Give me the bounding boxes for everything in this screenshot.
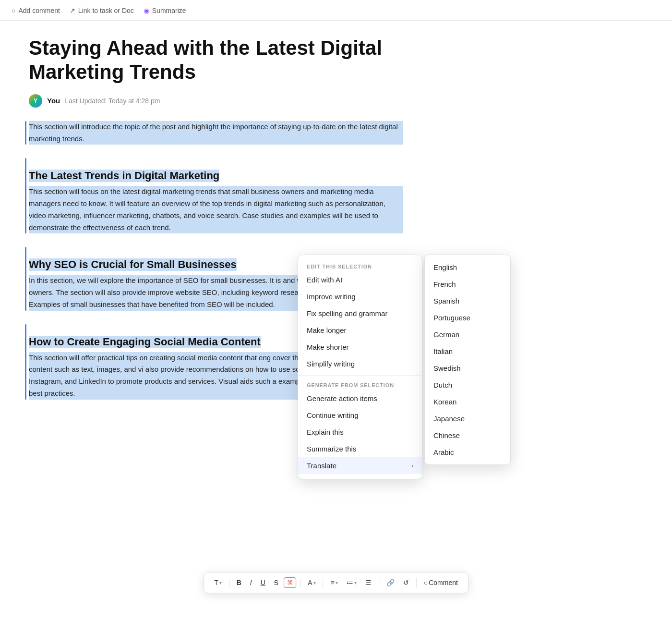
color-icon: A [308,579,312,586]
link-icon: ↗ [70,7,75,14]
comment-toolbar-icon: ○ [424,579,428,586]
lang-english[interactable]: English [425,259,510,276]
summarize-button[interactable]: ◉ Summarize [144,7,186,14]
make-shorter-item[interactable]: Make shorter [298,339,422,355]
edit-ai-item[interactable]: Edit with AI [298,271,422,288]
strikethrough-button[interactable]: S [271,576,282,589]
list-chevron: ▾ [354,580,357,585]
fix-spelling-label: Fix spelling and grammar [307,309,387,317]
comment-button[interactable]: ○ Comment [420,576,461,589]
text-style-button[interactable]: T ▾ [211,576,225,589]
edit-section-label: EDIT THIS SELECTION [298,260,422,271]
trends-section: The Latest Trends in Digital Marketing T… [29,158,403,233]
strikethrough-icon: S [274,579,278,586]
italic-button[interactable]: I [247,576,255,589]
trends-paragraph: This section will focus on the latest di… [29,186,403,233]
comment-label: Comment [429,579,458,586]
underline-icon: U [261,579,265,586]
generate-action-item[interactable]: Generate action items [298,390,422,407]
italic-icon: I [250,579,252,586]
make-shorter-label: Make shorter [307,343,349,351]
lang-swedish[interactable]: Swedish [425,360,510,377]
make-longer-item[interactable]: Make longer [298,322,422,339]
toolbar-divider-3 [323,578,324,587]
code-button[interactable]: ⌘ [284,577,296,588]
top-toolbar: ○ Add comment ↗ Link to task or Doc ◉ Su… [0,0,672,21]
translate-label: Translate [307,462,336,470]
simplify-writing-item[interactable]: Simplify writing [298,355,422,372]
toolbar-divider-5 [416,578,417,587]
explain-this-label: Explain this [307,428,344,436]
lang-chinese[interactable]: Chinese [425,427,510,444]
toolbar-divider-2 [300,578,300,587]
improve-writing-item[interactable]: Improve writing [298,288,422,305]
toolbar-divider-4 [379,578,379,587]
context-menu: EDIT THIS SELECTION Edit with AI Improve… [298,255,422,479]
chevron-right-icon: › [411,463,413,469]
language-submenu: English French Spanish Portuguese German… [424,255,511,465]
intro-paragraph: This section will introduce the topic of… [29,121,403,145]
lang-german[interactable]: German [425,326,510,343]
lang-dutch[interactable]: Dutch [425,377,510,393]
bold-button[interactable]: B [233,576,245,589]
summarize-icon: ◉ [144,7,149,14]
summarize-this-item[interactable]: Summarize this [298,440,422,457]
align-icon: ≡ [331,579,335,586]
last-updated: Last Updated: Today at 4:28 pm [65,97,160,105]
text-icon: T [214,579,218,586]
continue-writing-label: Continue writing [307,411,359,419]
translate-item[interactable]: Translate › [298,457,422,474]
link-task-button[interactable]: ↗ Link to task or Doc [70,7,134,14]
social-heading: How to Create Engaging Social Media Cont… [29,336,261,348]
unordered-list-button[interactable]: ☰ [362,576,375,589]
link-button[interactable]: 🔗 [383,576,398,589]
text-chevron: ▾ [219,580,222,585]
color-chevron: ▾ [313,580,316,585]
unordered-list-icon: ☰ [365,579,372,586]
format-toolbar: T ▾ B I U S ⌘ A ▾ ≡ ▾ ≔ ▾ ☰ 🔗 ↺ ○ Commen… [204,572,468,593]
lang-french[interactable]: French [425,276,510,293]
menu-divider [298,375,422,376]
underline-button[interactable]: U [257,576,269,589]
avatar: Y [29,94,42,108]
bold-icon: B [237,579,241,586]
toolbar-divider-1 [229,578,229,587]
intro-section: This section will introduce the topic of… [29,121,403,145]
generate-action-label: Generate action items [307,394,377,402]
code-icon: ⌘ [287,579,293,586]
generate-section-label: GENERATE FROM SELECTION [298,378,422,390]
edit-ai-label: Edit with AI [307,276,342,284]
summarize-this-label: Summarize this [307,445,356,453]
seo-heading: Why SEO is Crucial for Small Businesses [29,258,237,271]
align-button[interactable]: ≡ ▾ [327,576,341,589]
fix-spelling-item[interactable]: Fix spelling and grammar [298,305,422,322]
lang-arabic[interactable]: Arabic [425,444,510,461]
comment-icon: ○ [12,7,15,14]
undo-button[interactable]: ↺ [400,576,412,589]
lang-portuguese[interactable]: Portuguese [425,309,510,326]
lang-spanish[interactable]: Spanish [425,293,510,309]
add-comment-button[interactable]: ○ Add comment [12,7,60,14]
lang-italian[interactable]: Italian [425,343,510,360]
trends-heading: The Latest Trends in Digital Marketing [29,170,219,182]
color-button[interactable]: A ▾ [304,576,319,589]
ordered-list-icon: ≔ [347,579,353,586]
lang-korean[interactable]: Korean [425,393,510,410]
doc-title: Staying Ahead with the Latest Digital Ma… [29,36,403,85]
author-name: You [47,97,60,105]
ordered-list-button[interactable]: ≔ ▾ [343,576,360,589]
continue-writing-item[interactable]: Continue writing [298,407,422,424]
explain-this-item[interactable]: Explain this [298,424,422,440]
undo-icon: ↺ [403,579,409,586]
simplify-writing-label: Simplify writing [307,360,355,368]
improve-writing-label: Improve writing [307,293,356,301]
align-chevron: ▾ [336,580,338,585]
lang-japanese[interactable]: Japanese [425,410,510,427]
link-icon: 🔗 [386,579,395,586]
doc-meta: Y You Last Updated: Today at 4:28 pm [29,94,403,108]
make-longer-label: Make longer [307,326,347,334]
